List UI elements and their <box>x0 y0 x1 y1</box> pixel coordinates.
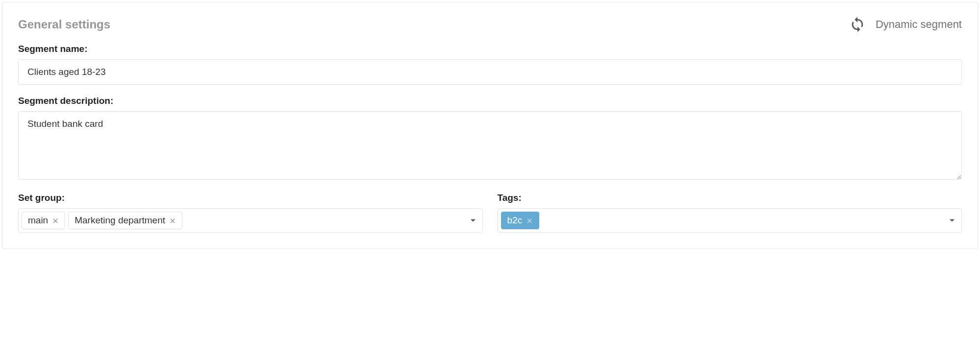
remove-icon[interactable] <box>526 217 533 224</box>
tags-label: Tags: <box>498 193 962 203</box>
group-tags-row: Set group: main Marketing department <box>18 193 962 233</box>
chip-label: Marketing department <box>75 215 165 226</box>
tags-select[interactable]: b2c <box>498 208 962 233</box>
group-chip-main: main <box>22 212 65 229</box>
chip-label: b2c <box>507 215 523 226</box>
set-group-col: Set group: main Marketing department <box>18 193 483 233</box>
segment-type-indicator: Dynamic segment <box>849 16 962 33</box>
segment-type-label: Dynamic segment <box>876 18 962 31</box>
remove-icon[interactable] <box>169 217 176 224</box>
set-group-select[interactable]: main Marketing department <box>18 208 483 233</box>
segment-description-group: Segment description: <box>18 96 962 182</box>
tags-col: Tags: b2c <box>498 193 962 233</box>
group-chip-marketing-department: Marketing department <box>68 212 182 229</box>
chip-label: main <box>28 215 48 226</box>
segment-name-input[interactable] <box>18 59 962 85</box>
segment-description-input[interactable] <box>18 111 962 180</box>
segment-name-group: Segment name: <box>18 44 962 85</box>
segment-description-label: Segment description: <box>18 96 962 106</box>
set-group-label: Set group: <box>18 193 483 203</box>
sync-icon <box>849 16 866 33</box>
chevron-down-icon <box>471 219 476 222</box>
general-settings-panel: General settings Dynamic segment Segment… <box>2 2 978 249</box>
panel-title: General settings <box>18 18 110 31</box>
chevron-down-icon <box>950 219 955 222</box>
tag-chip-b2c: b2c <box>501 212 540 229</box>
panel-header: General settings Dynamic segment <box>18 16 962 33</box>
remove-icon[interactable] <box>52 217 59 224</box>
segment-name-label: Segment name: <box>18 44 962 54</box>
